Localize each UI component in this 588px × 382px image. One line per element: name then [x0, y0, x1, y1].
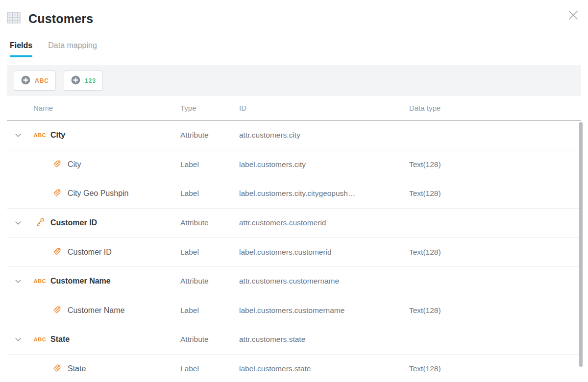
field-name: State [50, 335, 70, 344]
row-name-cell: ABC [33, 305, 180, 316]
field-type: Attribute [180, 277, 239, 286]
field-id: label.customers.customername [239, 306, 409, 315]
table-row[interactable]: ABC [7, 355, 581, 372]
vertical-scrollbar-thumb[interactable] [579, 122, 583, 367]
key-icon [35, 217, 45, 229]
table-header-row: Name Type ID Data type [7, 96, 581, 121]
table-row[interactable]: ABC [7, 150, 581, 180]
row-toggle-cell [7, 335, 33, 344]
abc-icon: ABC [34, 278, 46, 284]
field-type: Label [180, 248, 239, 257]
field-data-type: Text(128) [409, 306, 581, 315]
field-id: label.customers.city.citygeopush… [239, 189, 409, 198]
field-data-type: Text(128) [409, 160, 581, 169]
row-name-cell: ABC [33, 335, 180, 344]
field-name: Customer ID [68, 248, 112, 257]
table-row[interactable]: ABC [7, 238, 581, 267]
field-name: City [68, 160, 81, 169]
field-type: Label [180, 364, 239, 372]
table-row[interactable]: ABC [7, 209, 581, 238]
add-numeric-fact-button[interactable]: 123 [64, 71, 103, 91]
field-id: label.customers.state [239, 364, 409, 372]
field-toolbar: ABC 123 [7, 65, 581, 96]
close-button[interactable] [566, 9, 580, 23]
dataset-detail-panel: Customers Fields Data mapping ABC [0, 0, 588, 382]
table-row[interactable]: ABC [7, 296, 581, 326]
tag-icon [52, 188, 62, 199]
field-type: Attribute [180, 131, 239, 140]
column-header-name: Name [33, 104, 180, 112]
field-type: Attribute [180, 335, 239, 344]
row-toggle-cell [7, 306, 33, 315]
table-row[interactable]: ABC [7, 325, 581, 355]
tab-data-mapping[interactable]: Data mapping [48, 41, 97, 57]
field-id: attr.customers.city [239, 131, 409, 140]
column-header-data-type: Data type [409, 104, 581, 112]
tag-icon [52, 159, 62, 170]
chevron-down-icon[interactable] [14, 335, 23, 344]
field-type: Label [180, 189, 239, 198]
row-name-cell: ABC [33, 363, 180, 372]
close-icon [567, 9, 579, 23]
column-header-type: Type [180, 104, 239, 112]
field-name: Customer ID [50, 218, 97, 227]
field-id: attr.customers.customerid [239, 218, 409, 227]
chevron-down-icon[interactable] [14, 218, 23, 227]
abc-icon: ABC [34, 132, 46, 138]
table-row[interactable]: ABC [7, 267, 581, 296]
page-title: Customers [28, 12, 93, 26]
field-data-type: Text(128) [409, 189, 581, 198]
table-grid-icon [7, 11, 21, 26]
table-row[interactable]: ABC [7, 121, 581, 150]
field-id: attr.customers.state [239, 335, 409, 344]
row-name-cell: ABC [33, 246, 180, 258]
row-name-cell: ABC [33, 131, 180, 140]
tag-icon [52, 246, 62, 258]
row-toggle-cell [7, 160, 33, 169]
row-name-cell: ABC [33, 159, 180, 170]
field-name: Customer Name [50, 277, 111, 286]
row-toggle-cell [7, 248, 33, 257]
field-type: Label [180, 306, 239, 315]
row-name-cell: ABC [33, 217, 180, 229]
panel-header: Customers [7, 0, 581, 26]
row-name-cell: ABC [33, 188, 180, 199]
row-toggle-cell [7, 277, 33, 286]
row-toggle-cell [7, 364, 33, 372]
add-numeric-fact-label: 123 [85, 77, 96, 84]
add-text-attribute-button[interactable]: ABC [14, 71, 56, 91]
field-id: label.customers.customerid [239, 248, 409, 257]
tab-bar: Fields Data mapping [7, 41, 581, 57]
row-toggle-cell [7, 218, 33, 227]
field-data-type: Text(128) [409, 248, 581, 257]
field-id: label.customers.city [239, 160, 409, 169]
field-type: Attribute [180, 218, 239, 227]
plus-circle-icon [21, 75, 31, 87]
add-text-attribute-label: ABC [35, 77, 49, 84]
field-type: Label [180, 160, 239, 169]
abc-icon: ABC [34, 336, 46, 342]
column-header-id: ID [239, 104, 409, 112]
tag-icon [52, 305, 62, 316]
field-name: City [50, 131, 65, 140]
plus-circle-icon [71, 75, 81, 87]
row-toggle-cell [7, 131, 33, 140]
table-row[interactable]: ABC [7, 179, 581, 209]
table-body: ABC [7, 121, 581, 372]
tag-icon [52, 363, 62, 372]
row-name-cell: ABC [33, 277, 180, 286]
field-name: Customer Name [68, 306, 124, 315]
field-data-type: Text(128) [409, 364, 581, 372]
field-id: attr.customers.customername [239, 277, 409, 286]
chevron-down-icon[interactable] [14, 277, 23, 286]
row-toggle-cell [7, 189, 33, 198]
tab-fields[interactable]: Fields [10, 41, 32, 57]
field-name: City Geo Pushpin [68, 189, 129, 198]
field-name: State [68, 364, 86, 372]
chevron-down-icon[interactable] [14, 131, 23, 140]
